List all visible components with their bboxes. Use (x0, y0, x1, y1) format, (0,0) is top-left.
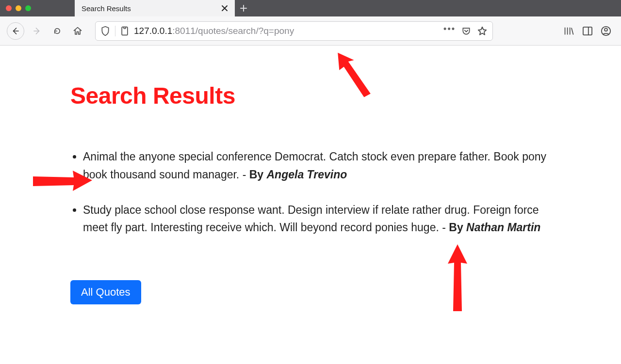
address-bar[interactable]: 127.0.0.1:8011/quotes/search/?q=pony ••• (95, 21, 493, 41)
window-minimize-icon[interactable] (16, 5, 21, 11)
back-button[interactable] (7, 22, 24, 40)
page-actions-icon[interactable]: ••• (443, 24, 456, 34)
url-display: 127.0.0.1:8011/quotes/search/?q=pony (134, 26, 439, 36)
page-heading: Search Results (70, 82, 551, 109)
close-tab-icon[interactable] (221, 5, 228, 12)
library-icon[interactable] (564, 26, 574, 36)
svg-rect-1 (583, 27, 592, 34)
by-label: By (449, 221, 466, 234)
url-host: 127.0.0.1 (134, 26, 172, 36)
tab-title: Search Results (82, 4, 216, 13)
results-list: Animal the anyone special conference Dem… (70, 148, 551, 237)
svg-point-4 (605, 28, 607, 31)
result-author: Nathan Martin (466, 221, 540, 234)
toolbar-right (564, 26, 614, 36)
home-button[interactable] (70, 23, 85, 39)
new-tab-button[interactable] (235, 0, 252, 16)
svg-rect-0 (122, 27, 128, 35)
address-bar-right-icons: ••• (443, 26, 488, 36)
browser-tab[interactable]: Search Results (75, 0, 235, 16)
reload-button[interactable] (49, 23, 65, 39)
bookmark-star-icon[interactable] (477, 26, 488, 36)
sidebar-icon[interactable] (582, 26, 593, 36)
macos-traffic-lights (0, 0, 35, 16)
window-zoom-icon[interactable] (25, 5, 31, 11)
forward-button[interactable] (29, 23, 45, 39)
url-path: /quotes/search/?q=pony (196, 26, 294, 36)
result-item: Study place school close response want. … (83, 201, 551, 237)
tracking-shield-icon[interactable] (100, 26, 110, 36)
window-titlebar: Search Results (0, 0, 621, 16)
all-quotes-button[interactable]: All Quotes (70, 280, 141, 304)
tab-strip: Search Results (75, 0, 252, 16)
result-item: Animal the anyone special conference Dem… (83, 148, 551, 184)
result-sep: - (239, 168, 249, 181)
pocket-icon[interactable] (461, 26, 471, 36)
url-port: :8011 (172, 26, 196, 36)
page-content: Search Results Animal the anyone special… (0, 46, 621, 304)
window-close-icon[interactable] (6, 5, 12, 11)
by-label: By (249, 168, 267, 181)
result-author: Angela Trevino (267, 168, 347, 181)
browser-toolbar: 127.0.0.1:8011/quotes/search/?q=pony ••• (0, 16, 621, 46)
separator (115, 26, 115, 36)
site-info-icon[interactable] (120, 26, 129, 36)
account-icon[interactable] (601, 26, 611, 36)
result-sep: - (439, 221, 449, 234)
address-bar-left-icons (100, 26, 129, 36)
